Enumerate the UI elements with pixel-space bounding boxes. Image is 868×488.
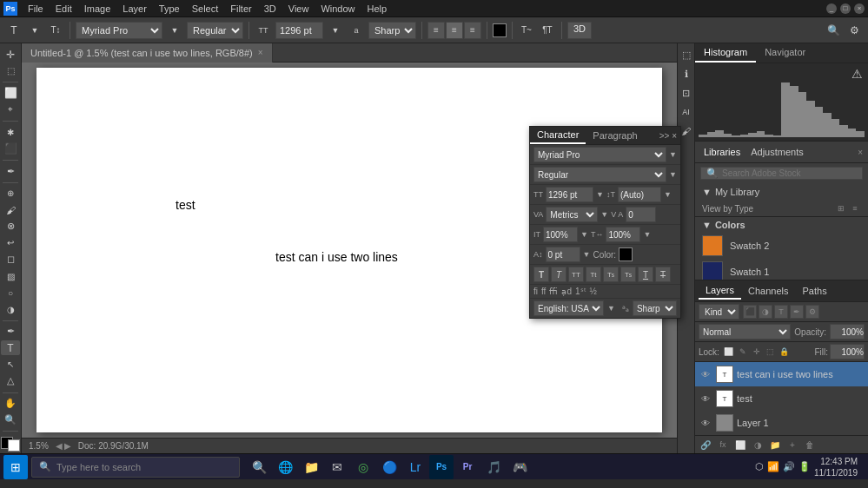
taskbar-app-lightroom[interactable]: Lr xyxy=(403,455,427,479)
mini-tool-1[interactable]: ⬚ xyxy=(679,47,694,63)
char-baseline-input[interactable] xyxy=(546,247,580,262)
filter-adjust-icon[interactable]: ◑ xyxy=(759,305,772,319)
colors-header[interactable]: ▼ Colors xyxy=(695,217,868,233)
tab-histogram[interactable]: Histogram xyxy=(695,43,756,63)
tab-close-button[interactable]: × xyxy=(258,48,263,57)
layer-adjustment-icon[interactable]: ◑ xyxy=(751,438,765,452)
tab-libraries[interactable]: Libraries xyxy=(700,145,744,159)
char-horizontal-scale-input[interactable] xyxy=(606,227,640,242)
maximize-button[interactable]: □ xyxy=(840,3,851,14)
layer-filter-select[interactable]: Kind xyxy=(699,304,739,320)
char-size-input[interactable] xyxy=(546,187,593,202)
ordinal-1st[interactable]: 1ˢᵗ xyxy=(575,287,586,296)
systray-clock[interactable]: 12:43 PM 11/11/2019 xyxy=(814,456,858,478)
my-library-item[interactable]: ▼ My Library xyxy=(695,183,868,201)
character-panel-more[interactable]: >> × xyxy=(656,129,680,142)
text-layer-two-lines[interactable]: test can i use two lines xyxy=(275,250,398,264)
artboard-tool[interactable]: ⬚ xyxy=(1,63,20,78)
shape-tool[interactable]: △ xyxy=(1,373,20,388)
font-family-arrow[interactable]: ▼ xyxy=(166,22,183,39)
move-tool[interactable]: ✛ xyxy=(1,47,20,62)
tab-paths[interactable]: Paths xyxy=(796,283,834,299)
eraser-tool[interactable]: ◻ xyxy=(1,252,20,267)
faux-bold-button[interactable]: T xyxy=(533,267,549,282)
layer-visibility-icon[interactable]: 👁 xyxy=(699,367,712,381)
font-style-select[interactable]: Regular xyxy=(187,22,243,39)
systray-network[interactable]: 📶 xyxy=(767,461,779,472)
blend-mode-select[interactable]: Normal xyxy=(699,324,791,340)
taskbar-app-extra1[interactable]: 🎵 xyxy=(481,455,506,479)
mini-tool-ai[interactable]: AI xyxy=(679,104,694,120)
swatch-color-1[interactable] xyxy=(702,261,723,280)
taskbar-app-extra2[interactable]: 🎮 xyxy=(507,455,532,479)
pen-tool[interactable]: ✒ xyxy=(1,324,20,339)
layer-row-1[interactable]: 👁 Layer 1 xyxy=(695,411,868,435)
menu-file[interactable]: File xyxy=(23,2,49,16)
fraction-half[interactable]: ½ xyxy=(590,287,597,296)
taskbar-app-explorer[interactable]: 📁 xyxy=(299,455,323,479)
type-tool[interactable]: T xyxy=(1,340,20,355)
crop-tool[interactable]: ⬛ xyxy=(1,142,20,156)
zoom-tool[interactable]: 🔍 xyxy=(1,412,20,427)
close-button[interactable]: × xyxy=(854,3,865,14)
underline-button[interactable]: T xyxy=(638,267,653,282)
tab-paragraph[interactable]: Paragraph xyxy=(586,128,644,143)
font-family-select[interactable]: Myriad Pro xyxy=(76,22,162,39)
library-search-bar[interactable]: 🔍 xyxy=(700,167,863,180)
layer-row-test[interactable]: 👁 T test xyxy=(695,386,868,411)
ad-ligature[interactable]: ạd xyxy=(561,287,572,296)
char-kerning-select[interactable]: Metrics xyxy=(546,207,598,222)
char-style-select[interactable]: Regular xyxy=(533,167,666,182)
eyedropper-tool[interactable]: ✒ xyxy=(1,164,20,179)
type-tool-icon[interactable]: T xyxy=(5,22,23,39)
tab-channels[interactable]: Channels xyxy=(741,283,795,299)
histogram-warning-icon[interactable]: ⚠ xyxy=(851,67,863,81)
layer-mask-icon[interactable]: ⬜ xyxy=(733,438,747,452)
tab-character[interactable]: Character xyxy=(530,127,586,144)
char-language-select[interactable]: English: USA xyxy=(533,300,604,316)
marquee-tool[interactable]: ⬜ xyxy=(1,86,20,101)
lasso-tool[interactable]: ⌖ xyxy=(1,102,20,117)
libraries-close[interactable]: × xyxy=(858,148,863,157)
menu-filter[interactable]: Filter xyxy=(225,2,256,16)
lock-pixels-icon[interactable]: ✎ xyxy=(737,346,749,358)
char-sharp-select[interactable]: Sharp xyxy=(633,300,677,316)
align-center-button[interactable]: ≡ xyxy=(446,22,463,39)
layer-row-two-lines[interactable]: 👁 T test can i use two lines xyxy=(695,362,868,386)
blur-tool[interactable]: ○ xyxy=(1,286,20,300)
systray-battery[interactable]: 🔋 xyxy=(798,461,811,472)
clone-stamp-tool[interactable]: ⊗ xyxy=(1,219,20,234)
superscript-button[interactable]: Ts xyxy=(603,267,619,282)
ffi-ligature[interactable]: ﬃ xyxy=(549,287,558,296)
systray-speaker[interactable]: 🔊 xyxy=(783,461,795,472)
menu-image[interactable]: Image xyxy=(79,2,116,16)
smallcaps-button[interactable]: Tt xyxy=(586,267,601,282)
grid-view-icon[interactable]: ⊞ xyxy=(835,202,847,214)
lock-transparent-icon[interactable]: ⬜ xyxy=(723,346,735,358)
path-selection-tool[interactable]: ↖ xyxy=(1,357,20,372)
strikethrough-button[interactable]: T xyxy=(655,267,671,282)
align-left-button[interactable]: ≡ xyxy=(427,22,445,39)
brush-tool[interactable]: 🖌 xyxy=(1,202,20,217)
lock-position-icon[interactable]: ✛ xyxy=(751,346,763,358)
layer-delete-icon[interactable]: 🗑 xyxy=(803,438,817,452)
filter-pixel-icon[interactable]: ⬛ xyxy=(743,305,757,319)
allcaps-button[interactable]: TT xyxy=(568,267,584,282)
lock-artboard-icon[interactable]: ⬚ xyxy=(765,346,777,358)
text-color-box[interactable] xyxy=(493,23,507,37)
filter-smart-icon[interactable]: ⚙ xyxy=(805,305,819,319)
gradient-tool[interactable]: ▨ xyxy=(1,269,20,284)
swatch-row-1[interactable]: Swatch 1 xyxy=(695,259,868,280)
menu-edit[interactable]: Edit xyxy=(50,2,77,16)
swatch-row-2[interactable]: Swatch 2 xyxy=(695,233,868,259)
char-vertical-scale-input[interactable] xyxy=(543,227,578,242)
start-button[interactable]: ⊞ xyxy=(3,455,28,479)
taskbar-app-blue[interactable]: 🔵 xyxy=(377,455,401,479)
warp-text-icon[interactable]: T~ xyxy=(518,22,535,39)
quick-select-tool[interactable]: ✱ xyxy=(1,125,20,140)
3d-button[interactable]: 3D xyxy=(567,22,592,39)
menu-view[interactable]: View xyxy=(283,2,315,16)
layer-link-icon[interactable]: 🔗 xyxy=(699,438,712,452)
layer-fx-icon[interactable]: fx xyxy=(716,438,730,452)
menu-type[interactable]: Type xyxy=(154,2,185,16)
